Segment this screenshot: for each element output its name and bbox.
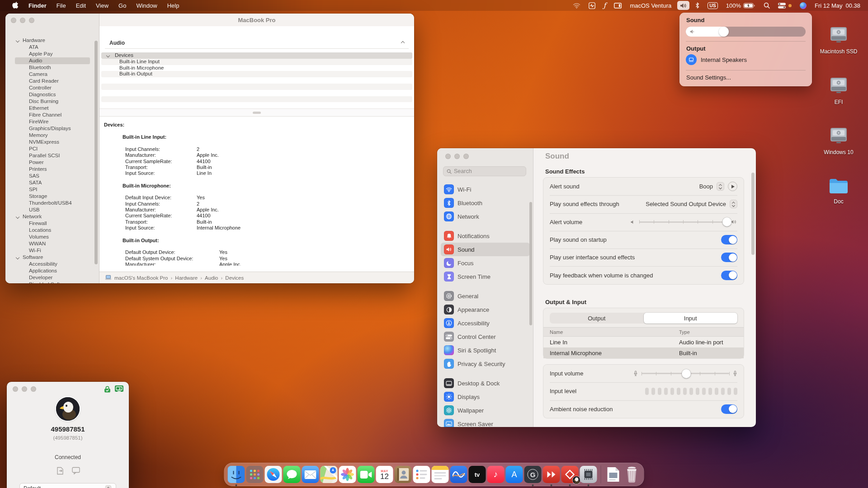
- sysinfo-item-printers[interactable]: Printers: [5, 166, 99, 173]
- slider-knob[interactable]: [682, 369, 691, 378]
- battery-menu[interactable]: 100%: [724, 1, 758, 10]
- close-button[interactable]: [445, 154, 451, 159]
- control-center-icon[interactable]: [776, 1, 794, 10]
- settings-item-desktop-dock[interactable]: Desktop & Dock: [441, 376, 530, 390]
- sysinfo-item-accessibility[interactable]: Accessibility: [5, 261, 99, 267]
- sysinfo-item-applications[interactable]: Applications: [5, 267, 99, 274]
- desktop-icon-windows-10[interactable]: Windows 10: [817, 127, 860, 155]
- settings-item-accessibility[interactable]: Accessibility: [441, 316, 530, 330]
- toggle-play-feedback-when-volume-is-changed[interactable]: [721, 271, 737, 280]
- desktop-icon-macintosh-ssd[interactable]: Macintosh SSD: [817, 26, 860, 55]
- sysinfo-item-apple-pay[interactable]: Apple Pay: [5, 51, 99, 57]
- play-through-stepper[interactable]: [730, 200, 737, 208]
- function-status-icon[interactable]: ƒ: [601, 1, 609, 10]
- apple-menu[interactable]: [7, 0, 24, 11]
- minimize-button[interactable]: [22, 386, 27, 392]
- settings-item-displays[interactable]: Displays: [441, 390, 530, 404]
- menu-edit[interactable]: Edit: [71, 0, 91, 11]
- dock-item-maps[interactable]: [321, 466, 338, 483]
- sysinfo-section-hardware[interactable]: Hardware: [5, 37, 99, 44]
- sysinfo-item-nvmexpress[interactable]: NVMExpress: [5, 139, 99, 145]
- sysinfo-item-parallel-scsi[interactable]: Parallel SCSI: [5, 152, 99, 159]
- sysinfo-item-wi-fi[interactable]: Wi-Fi: [5, 247, 99, 254]
- chat-icon[interactable]: [72, 467, 80, 474]
- sysinfo-item-diagnostics[interactable]: Diagnostics: [5, 91, 99, 98]
- ambient-noise-toggle[interactable]: [721, 404, 737, 414]
- sysinfo-item-volumes[interactable]: Volumes: [5, 234, 99, 240]
- dock-item-wave-app[interactable]: [450, 466, 467, 483]
- settings-scrollbar[interactable]: [751, 173, 755, 255]
- sysinfo-item-fibre-channel[interactable]: Fibre Channel: [5, 112, 99, 118]
- dock-item-g-app[interactable]: G: [524, 466, 542, 483]
- settings-item-bluetooth[interactable]: Bluetooth: [441, 196, 530, 210]
- devices-group-row[interactable]: Devices: [101, 52, 412, 59]
- desktop-icon-efi[interactable]: EFI: [817, 77, 860, 105]
- settings-item-screen-saver[interactable]: Screen Saver: [441, 417, 530, 427]
- sysinfo-item-camera[interactable]: Camera: [5, 71, 99, 78]
- dock-item-calendar[interactable]: MAY12: [376, 466, 393, 483]
- settings-item-control-center[interactable]: Control Center: [441, 330, 530, 343]
- menu-finder[interactable]: Finder: [24, 0, 52, 11]
- settings-item-general[interactable]: General: [441, 289, 530, 303]
- sidebar-scrollbar[interactable]: [529, 202, 532, 325]
- sysinfo-item-usb[interactable]: USB: [5, 206, 99, 213]
- wifi-status-icon[interactable]: [571, 1, 583, 10]
- dock-item-tv[interactable]: tv: [469, 466, 486, 483]
- permission-profile-select[interactable]: Default: [19, 483, 116, 488]
- sound-status-icon[interactable]: [677, 1, 689, 10]
- zoom-button[interactable]: [463, 154, 469, 159]
- output-device-item[interactable]: Internal Speakers: [686, 54, 747, 65]
- sysinfo-section-software[interactable]: Software: [5, 254, 99, 261]
- device-table-row[interactable]: Line In Audio line-in port: [543, 337, 744, 347]
- sysinfo-item-firewire[interactable]: FireWire: [5, 118, 99, 125]
- sysinfo-item-ethernet[interactable]: Ethernet: [5, 105, 99, 112]
- device-row[interactable]: Built-in Microphone: [101, 65, 412, 71]
- settings-item-siri-spotlight[interactable]: Siri & Spotlight: [441, 343, 530, 357]
- settings-item-wi-fi[interactable]: Wi-Fi: [441, 183, 530, 196]
- input-volume-slider[interactable]: [642, 369, 729, 378]
- minimize-button[interactable]: [454, 154, 460, 159]
- sysinfo-item-controller[interactable]: Controller: [5, 84, 99, 91]
- close-button[interactable]: [11, 18, 16, 23]
- tab-input[interactable]: Input: [644, 313, 738, 324]
- dock-item-mail[interactable]: [302, 466, 319, 483]
- settings-item-appearance[interactable]: Appearance: [441, 303, 530, 316]
- dock-item-photos[interactable]: [339, 466, 356, 483]
- volume-slider-knob[interactable]: [719, 27, 729, 37]
- dock-item-remote-red-1[interactable]: [543, 466, 560, 483]
- menu-window[interactable]: Window: [131, 0, 162, 11]
- sysinfo-item-bluetooth[interactable]: Bluetooth: [5, 64, 99, 71]
- toggle-play-user-interface-sound-effects[interactable]: [721, 253, 737, 262]
- audio-section-header[interactable]: Audio: [105, 37, 409, 49]
- toggle-play-sound-on-startup[interactable]: [721, 235, 737, 244]
- pane-splitter[interactable]: [99, 108, 414, 117]
- window-controls[interactable]: [445, 154, 469, 159]
- settings-item-privacy-security[interactable]: Privacy & Security: [441, 357, 530, 371]
- sysinfo-item-audio[interactable]: Audio: [5, 57, 99, 64]
- sysinfo-item-graphics-displays[interactable]: Graphics/Displays: [5, 125, 99, 132]
- sysinfo-item-disabled-software[interactable]: Disabled Software: [5, 281, 99, 283]
- sysinfo-item-firewall[interactable]: Firewall: [5, 220, 99, 227]
- sysinfo-item-thunderbolt-usb4[interactable]: Thunderbolt/USB4: [5, 200, 99, 206]
- sysinfo-item-card-reader[interactable]: Card Reader: [5, 78, 99, 84]
- menu-go[interactable]: Go: [113, 0, 131, 11]
- splitter-handle-icon[interactable]: [253, 112, 261, 114]
- sysinfo-item-developer[interactable]: Developer: [5, 274, 99, 281]
- dock-item-trash[interactable]: [623, 466, 641, 483]
- dock-item-launchpad[interactable]: [246, 466, 264, 483]
- menu-file[interactable]: File: [52, 0, 71, 11]
- settings-item-wallpaper[interactable]: Wallpaper: [441, 404, 530, 417]
- alert-sound-stepper[interactable]: [717, 182, 724, 191]
- activity-status-icon[interactable]: [586, 1, 598, 10]
- zoom-button[interactable]: [31, 386, 36, 392]
- dock-item-document[interactable]: [605, 466, 622, 483]
- settings-search-field[interactable]: Search: [443, 166, 526, 176]
- screen-share-icon[interactable]: [115, 385, 123, 393]
- dock-item-safari[interactable]: [265, 466, 282, 483]
- breadcrumb-item[interactable]: Hardware: [175, 275, 198, 281]
- play-alert-sound-button[interactable]: [728, 182, 737, 191]
- sysinfo-item-memory[interactable]: Memory: [5, 132, 99, 139]
- sysinfo-item-pci[interactable]: PCI: [5, 145, 99, 152]
- profile-stepper[interactable]: [105, 485, 112, 488]
- sysinfo-item-storage[interactable]: Storage: [5, 193, 99, 200]
